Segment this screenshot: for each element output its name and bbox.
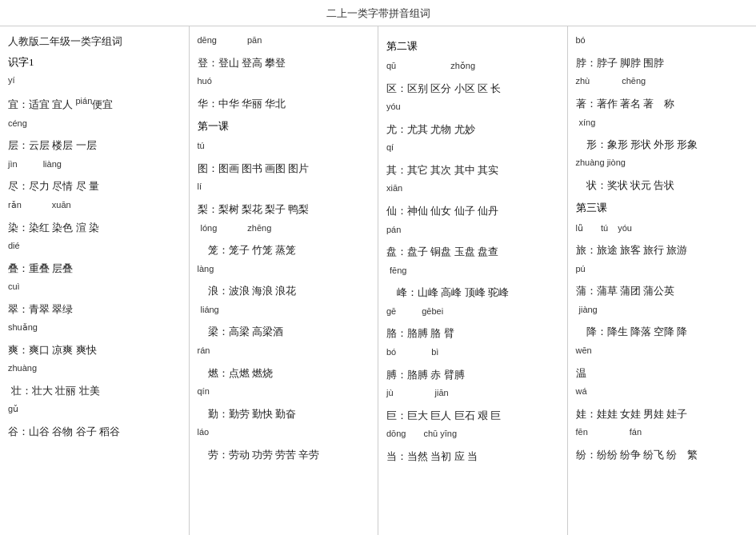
entry-ju: jùjiān 巨：巨大 巨人 巨石 艰 巨 (386, 385, 559, 425)
pinyin-qin: qín (198, 386, 210, 396)
entry-zhuang-text: 壮：壮大 壮丽 壮美 (11, 385, 100, 397)
entry-ge-text: 胳：胳膊 胳 臂 (386, 327, 454, 339)
entry-shuang: shuǎng 爽：爽口 凉爽 爽快 (8, 320, 181, 359)
entry-ju-text: 巨：巨大 巨人 巨石 艰 巨 (386, 409, 501, 421)
entry-lv: lǚtúyóu 旅：旅途 旅客 旅行 旅游 (576, 221, 749, 260)
entry-qin: qín 勤：勤劳 勤快 勤奋 (198, 384, 370, 423)
pinyin-pu: pú (576, 264, 586, 273)
entry-lao-text: 劳：劳动 功劳 劳苦 辛劳 (198, 449, 320, 461)
pinyin-die: dié (8, 241, 20, 250)
entry-die: dié 叠：重叠 层叠 (8, 238, 181, 277)
entry-long: lóngzhēng 笼：笼子 竹笼 蒸笼 (198, 221, 370, 260)
page-title: 二上一类字带拼音组词 (0, 0, 756, 26)
pinyin-lv: lǚ (576, 223, 583, 233)
entry-zhuang: zhuàng 壮：壮大 壮丽 壮美 (8, 361, 181, 400)
entry-lang-text: 浪：波浪 海浪 浪花 (198, 285, 297, 297)
entry-deng-text: 登：登山 登高 攀登 (198, 57, 286, 69)
pinyin-liang: liáng (201, 305, 219, 314)
entry-yi: yí 宜：适宜 宜人 pián便宜 (8, 73, 181, 114)
pinyin-ju: jù (386, 388, 394, 397)
lesson2-title: 第二课 (386, 38, 559, 55)
entry-feng-text: 峰：山峰 高峰 顶峰 驼峰 (386, 286, 509, 298)
pinyin-ran: rǎn (8, 200, 22, 210)
entry-hua-text: 华：中华 华丽 华北 (198, 98, 286, 110)
entry-liang-text: 梁：高梁 高梁酒 (198, 325, 283, 337)
entry-li: lí 梨：梨树 梨花 梨子 鸭梨 (198, 179, 370, 218)
pinyin-wen: wēn (576, 345, 592, 355)
entry-gu-text: 谷：山谷 谷物 谷子 稻谷 (8, 425, 120, 437)
pinyin-qi: qí (386, 142, 394, 152)
entry-you-text: 尤：尤其 尤物 尤妙 (386, 123, 475, 135)
entry-lang: làng 浪：波浪 海浪 浪花 (198, 262, 370, 301)
entry-jiang-text: 降：降生 降落 空降 降 (576, 325, 688, 337)
entry-ran: rǎnxuān 染：染红 染色 渲 染 (8, 198, 181, 237)
entry-liang: liáng 梁：高梁 高梁酒 (198, 302, 370, 341)
pinyin-zhu: zhù (576, 76, 590, 86)
entry-xing-text: 形：象形 形状 外形 形象 (576, 138, 698, 150)
entry-bo: bóbì 膊：胳膊 赤 臂膊 (386, 345, 559, 384)
entry-zhu-text: 著：著作 著名 著 称 (576, 98, 675, 110)
pinyin-ge: gē (386, 306, 396, 316)
entry-zhuang2-text: 状：奖状 状元 告状 (576, 179, 675, 191)
main-container: 人教版二年级一类字组词 识字1 yí 宜：适宜 宜人 pián便宜 céng 层… (0, 26, 756, 535)
pinyin-jin: jìn (8, 159, 18, 169)
pinyin-pan: pán (386, 225, 401, 234)
entry-jin: jìnliàng 尽：尽力 尽情 尽 量 (8, 157, 181, 196)
pinyin-shuang: shuǎng (8, 322, 38, 332)
pinyin-cui: cuì (8, 281, 20, 291)
entry-zhuang2: zhuàng jiòng 状：奖状 状元 告状 (576, 155, 749, 194)
entry-long-text: 笼：笼子 竹笼 蒸笼 (198, 244, 297, 256)
entry-bo2: bó 脖：脖子 脚脖 围脖 (576, 33, 749, 72)
entry-tu: tú 图：图画 图书 画图 图片 (198, 138, 370, 178)
entry-ran2-text: 燃：点燃 燃烧 (198, 367, 273, 379)
entry-lv-text: 旅：旅途 旅客 旅行 旅游 (576, 244, 688, 256)
column-2: dēngpān 登：登山 登高 攀登 huó 华：中华 华丽 华北 第一课 tú… (190, 26, 379, 535)
entry-ceng-text: 层：云层 楼层 一层 (8, 139, 97, 151)
pinyin-fen: fēn (576, 427, 588, 437)
entry-lao: láo 劳：劳动 功劳 劳苦 辛劳 (198, 425, 370, 464)
entry-pan-text: 盘：盘子 铜盘 玉盘 盘查 (386, 246, 498, 258)
entry-zhu: zhùchēng 著：著作 著名 著 称 (576, 74, 749, 113)
pinyin-jiang: jiàng (579, 305, 598, 314)
pinyin-lang: làng (198, 264, 214, 273)
pinyin-zhuang: zhuàng (8, 363, 37, 373)
pinyin-hua: huó (198, 76, 212, 86)
pinyin-long: lóng (201, 223, 218, 233)
pinyin-ran2: rán (198, 345, 210, 355)
entry-hua: huó 华：中华 华丽 华北 (198, 74, 370, 113)
col1-sub: 识字1 (8, 54, 181, 71)
entry-xian-text: 仙：神仙 仙女 仙子 仙丹 (386, 205, 498, 217)
entry-bo-text: 膊：胳膊 赤 臂膊 (386, 369, 465, 381)
entry-cui: cuì 翠：青翠 翠绿 (8, 279, 181, 318)
entry-xian: xiān 仙：神仙 仙女 仙子 仙丹 (386, 181, 559, 220)
lesson1-title: 第一课 (198, 118, 370, 135)
entry-qu-text: 区：区别 区分 小区 区 长 (386, 82, 501, 94)
pinyin-li: lí (198, 182, 202, 191)
entry-qi-text: 其：其它 其次 其中 其实 (386, 164, 498, 176)
pinyin-you: yóu (386, 102, 401, 111)
column-3: 第二课 qūzhǒng 区：区别 区分 小区 区 长 yóu 尤：尤其 尤物 尤… (378, 26, 568, 535)
pinyin-zhuang2: zhuàng jiòng (576, 158, 626, 167)
entry-fen-text: 纷：纷纷 纷争 纷飞 纷 繁 (576, 449, 698, 461)
lesson3-title: 第三课 (576, 199, 749, 217)
entry-qi: qí 其：其它 其次 其中 其实 (386, 140, 559, 179)
pinyin-bo: bó (386, 347, 396, 357)
entry-shuang-text: 爽：爽口 凉爽 爽快 (8, 344, 97, 356)
entry-ran-text: 染：染红 染色 渲 染 (8, 222, 99, 234)
entry-deng: dēngpān 登：登山 登高 攀登 (198, 33, 370, 72)
entry-ran2: rán 燃：点燃 燃烧 (198, 343, 370, 382)
entry-pu: pú 蒲：蒲草 蒲团 蒲公英 (576, 262, 749, 301)
pinyin-xing: xíng (579, 117, 596, 126)
pinyin-lao: láo (198, 427, 210, 437)
pinyin-feng: fēng (390, 266, 406, 275)
entry-dang-text: 当：当然 当初 应 当 (386, 450, 478, 462)
entry-gu: gǔ 谷：山谷 谷物 谷子 稻谷 (8, 401, 181, 441)
entry-pu-text: 蒲：蒲草 蒲团 蒲公英 (576, 285, 675, 297)
entry-yi-text: 宜：适宜 宜人 pián便宜 (8, 98, 113, 110)
entry-wa: wá 娃：娃娃 女娃 男娃 娃子 (576, 384, 749, 423)
entry-ge: gēgēbei 胳：胳膊 胳 臂 (386, 304, 559, 343)
entry-fen: fēnfán 纷：纷纷 纷争 纷飞 纷 繁 (576, 425, 749, 464)
pinyin-qu: qū (386, 61, 396, 70)
pinyin-ceng: céng (8, 118, 27, 128)
pinyin-tu: tú (198, 141, 205, 150)
